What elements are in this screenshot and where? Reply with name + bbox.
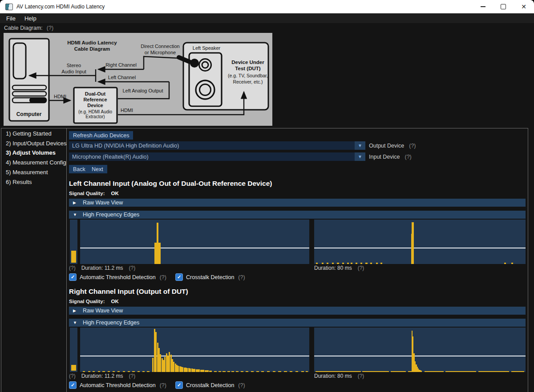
sidebar-item[interactable]: 2) Input/Output Devices: [6, 140, 67, 147]
menu-item-help[interactable]: Help: [20, 15, 41, 22]
duration-help-marker[interactable]: (?): [129, 373, 136, 379]
minimize-button[interactable]: [473, 0, 493, 13]
histogram-bar: [241, 371, 243, 372]
duration-help-marker[interactable]: (?): [129, 265, 136, 271]
crosstalk-checkbox[interactable]: [175, 381, 183, 389]
left-hfe-expander[interactable]: ▼ High Frequency Edges: [69, 211, 526, 219]
histogram-bar: [113, 371, 115, 372]
dut-label-line2: Test (DUT): [235, 66, 260, 71]
next-button[interactable]: Next: [88, 165, 107, 173]
diagram-title-line1: HDMI Audio Latency: [67, 40, 117, 45]
crosstalk-checkbox[interactable]: [175, 273, 183, 281]
left-duration-short-row: (?) Duration: 11.2 ms (?): [69, 265, 135, 271]
cable-diagram-help-marker[interactable]: (?): [47, 25, 53, 31]
input-device-help-marker[interactable]: (?): [405, 154, 411, 160]
histogram-bar: [93, 371, 95, 372]
right-hfe-expander[interactable]: ▼ High Frequency Edges: [69, 319, 526, 327]
histogram-bar: [376, 263, 378, 264]
right-duration-short: Duration: 11.2 ms: [81, 373, 123, 379]
histogram-bar: [445, 371, 476, 372]
cable-diagram: HDMI Audio Latency Cable Diagram Stereo …: [4, 33, 272, 126]
duration-help-marker[interactable]: (?): [358, 373, 364, 379]
crosstalk-help-marker[interactable]: (?): [238, 382, 245, 388]
crosstalk-label: Crosstalk Detection: [186, 382, 234, 388]
histogram-bar: [98, 371, 100, 372]
histogram-bar: [351, 263, 352, 264]
left-channel-heading: Left Channel Input (Analog Out of Dual-O…: [69, 180, 272, 188]
expander-collapsed-icon: ▶: [73, 308, 77, 313]
dualout-label-line1: Dual-Out: [85, 91, 106, 96]
microphone-wire: [144, 56, 180, 69]
left-hfe-chart-short: [80, 220, 309, 264]
left-hfe-chart-long: [314, 220, 526, 264]
histogram-bar: [214, 371, 217, 372]
input-device-value: Microphone (Realtek(R) Audio): [72, 154, 149, 160]
histogram-bar: [227, 371, 230, 372]
sidebar-item[interactable]: 1) Getting Started: [6, 130, 52, 137]
histogram-bar: [88, 371, 90, 372]
histogram-bar: [295, 371, 298, 372]
auto-threshold-checkbox[interactable]: [69, 273, 77, 281]
histogram-bar: [83, 371, 85, 372]
stereo-label-line2: Audio Input: [61, 69, 86, 74]
sidebar-item[interactable]: 6) Results: [6, 179, 32, 185]
crosstalk-help-marker[interactable]: (?): [238, 274, 245, 280]
menu-item-file[interactable]: File: [2, 15, 20, 22]
duration-help-marker[interactable]: (?): [358, 265, 364, 271]
right-duration-long-row: Duration: 80 ms (?): [314, 373, 364, 379]
right-level-meter: [70, 328, 77, 372]
meter-help-marker[interactable]: (?): [69, 265, 76, 271]
threshold-line: [314, 248, 526, 248]
sidebar-item[interactable]: 4) Measurement Config: [6, 159, 66, 166]
back-button[interactable]: Back: [69, 165, 89, 173]
output-device-help-marker[interactable]: (?): [409, 143, 416, 149]
histogram-bar: [278, 371, 281, 372]
histogram-bar: [301, 371, 304, 372]
expander-expanded-icon: ▼: [73, 320, 77, 325]
refresh-audio-devices-button[interactable]: Refresh Audio Devices: [69, 131, 133, 140]
auto-threshold-help-marker[interactable]: (?): [160, 274, 166, 280]
input-device-dropdown[interactable]: Microphone (Realtek(R) Audio): [69, 152, 365, 161]
expander-collapsed-icon: ▶: [73, 200, 77, 205]
histogram-bar: [273, 371, 275, 372]
close-button[interactable]: ✕: [514, 0, 534, 13]
hdmi-dut-label: HDMI: [121, 108, 133, 113]
expander-expanded-icon: ▼: [73, 212, 77, 217]
right-raw-wave-expander[interactable]: ▶ Raw Wave View: [69, 307, 526, 315]
histogram-bar: [504, 263, 506, 264]
output-device-dropdown[interactable]: LG Ultra HD (NVIDIA High Definition Audi…: [69, 141, 365, 150]
left-signal-quality: Signal Quality:OK: [69, 191, 119, 196]
dualout-sublabel-line2: Extractor): [85, 114, 105, 119]
cable-diagram-label: Cable Diagram:(?): [4, 25, 53, 31]
crosstalk-label: Crosstalk Detection: [186, 274, 234, 280]
histogram-bar: [123, 371, 125, 372]
histogram-bar: [425, 371, 444, 372]
histogram-bar: [246, 371, 248, 372]
sidebar-item[interactable]: 3) Adjust Volumes: [6, 149, 56, 156]
stereo-label-line1: Stereo: [67, 63, 81, 68]
histogram-bar: [218, 371, 221, 372]
step-sidebar: 1) Getting Started2) Input/Output Device…: [1, 128, 67, 392]
left-raw-wave-expander[interactable]: ▶ Raw Wave View: [69, 199, 526, 207]
hdmi-pc-label: HDMI: [54, 94, 66, 99]
threshold-line: [314, 356, 526, 356]
histogram-bar: [360, 263, 362, 264]
sidebar-item[interactable]: 5) Measurement: [6, 169, 48, 176]
right-detection-options: Automatic Threshold Detection (?) Crosst…: [69, 381, 245, 389]
output-dropdown-arrow-icon[interactable]: [355, 141, 365, 150]
meter-help-marker[interactable]: (?): [69, 373, 76, 379]
histogram-bar: [421, 371, 422, 372]
histogram-bar: [337, 263, 339, 264]
histogram-bar: [251, 371, 254, 372]
maximize-button[interactable]: [493, 0, 514, 13]
histogram-bar: [102, 371, 105, 372]
left-duration-short: Duration: 11.2 ms: [81, 265, 123, 271]
microphone-head: [190, 59, 199, 68]
right-channel-heading: Right Channel Input (Output of DUT): [69, 288, 188, 296]
auto-threshold-checkbox[interactable]: [69, 381, 77, 389]
input-dropdown-arrow-icon[interactable]: [355, 152, 365, 161]
histogram-bar: [267, 371, 270, 372]
title-bar: AV Latency.com HDMI Audio Latency ✕: [0, 0, 534, 13]
auto-threshold-help-marker[interactable]: (?): [160, 382, 166, 388]
computer-label: Computer: [16, 111, 42, 117]
